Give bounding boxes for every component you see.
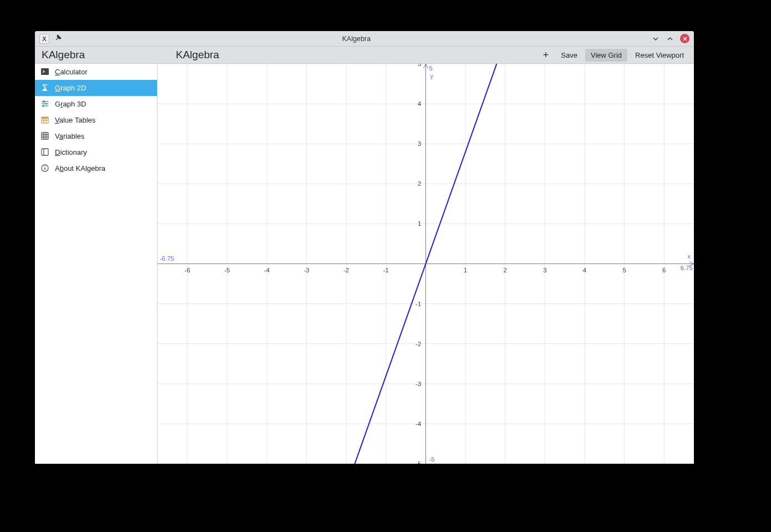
info-icon [40,164,49,173]
y-tick: -1 [415,301,421,307]
y-min-label: -5 [429,456,434,463]
sidebar-item-label: About KAlgebra [55,164,105,173]
x-tick: 2 [504,267,507,273]
close-button[interactable] [680,34,689,43]
x-tick: 4 [583,267,587,273]
x-min-label: -6.75 [160,255,174,262]
y-max-label: 5 [429,65,432,72]
minimize-button[interactable] [651,35,660,43]
y-tick: -2 [415,341,421,347]
x-tick: -4 [264,267,270,273]
x-axis-label: x [687,253,691,260]
save-button[interactable]: Save [555,49,583,62]
table-icon [40,131,49,140]
sidebar-item-label: Dictionary [55,148,87,156]
x-tick: 3 [543,267,546,273]
sidebar-item-dictionary[interactable]: Dictionary [35,144,157,160]
sidebar-item-value-tables[interactable]: Value Tables [35,112,157,128]
svg-point-2 [43,100,45,103]
y-tick: -3 [415,381,421,387]
window-body: CalculatorGraph 2DGraph 3DValue TablesVa… [35,64,694,464]
sidebar-item-variables[interactable]: Variables [35,128,157,144]
y-tick: -4 [415,420,422,427]
y-tick: 5 [418,64,421,67]
sidebar-item-label: Value Tables [55,116,95,124]
svg-point-4 [45,103,47,105]
svg-rect-8 [42,117,48,119]
x-tick: 5 [622,267,626,273]
window-title: KAlgebra [62,35,651,43]
svg-rect-12 [42,133,48,139]
graph-2d-viewport[interactable]: -6-5-4-3-2-1123456-5-4-3-2-112345x6.75-6… [158,64,694,464]
sidebar: CalculatorGraph 2DGraph 3DValue TablesVa… [35,64,158,464]
sidebar-item-about[interactable]: About KAlgebra [35,160,157,176]
sidebar-item-label: Graph 3D [55,100,86,108]
x-tick: 1 [464,267,467,273]
sidebar-item-label: Graph 2D [55,84,86,92]
sidebar-item-calculator[interactable]: Calculator [35,64,157,80]
y-tick: 3 [418,140,421,147]
y-tick: 2 [418,180,421,187]
app-window: X KAlgebra KAlgebra KAlgebra + Sa [35,31,694,464]
panel-icon [40,148,49,156]
view-grid-button[interactable]: View Grid [585,49,627,62]
svg-point-21 [44,166,45,167]
sidebar-item-graph-2d[interactable]: Graph 2D [35,80,157,96]
x-tick: -1 [383,267,389,273]
titlebar: X KAlgebra [35,31,694,47]
app-name: KAlgebra [35,49,164,61]
y-tick: 1 [418,220,421,227]
x-tick: -6 [185,267,190,273]
reset-viewport-button[interactable]: Reset Viewport [630,49,689,62]
plus-icon: + [543,49,549,61]
y-tick: -5 [415,460,421,464]
sidebar-item-label: Calculator [55,68,88,76]
svg-point-6 [42,105,44,107]
sidebar-item-graph-3d[interactable]: Graph 3D [35,96,157,112]
graph-2d-canvas[interactable]: -6-5-4-3-2-1123456-5-4-3-2-112345x6.75-6… [158,64,694,464]
sliders-icon [40,99,49,108]
x-tick: -2 [343,267,349,273]
toolbar: KAlgebra KAlgebra + Save View Grid Reset… [35,47,694,64]
prompt-icon [40,67,49,76]
x-tick: -3 [304,267,310,273]
vtables-icon [40,115,49,124]
pin-icon[interactable] [55,34,62,43]
maximize-button[interactable] [666,35,674,43]
add-button[interactable]: + [539,48,554,62]
sigma-icon [40,83,49,92]
sidebar-item-label: Variables [55,132,84,140]
x-tick: -5 [224,267,230,273]
svg-rect-17 [42,149,48,155]
page-title: KAlgebra [164,49,219,61]
x-max-label: 6.75 [681,265,693,271]
x-tick: 6 [662,267,666,273]
y-tick: 4 [418,100,422,107]
y-axis-label: y [430,73,433,79]
titlebar-app-icon: X [39,34,49,44]
